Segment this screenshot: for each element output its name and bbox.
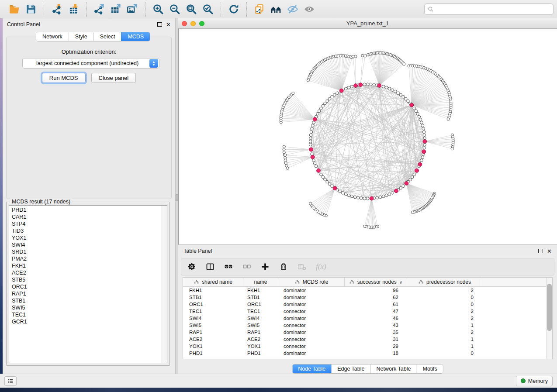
select-all-button[interactable]: [224, 260, 233, 273]
export-image-button[interactable]: [124, 2, 141, 17]
mcds-result-item[interactable]: SWI5: [12, 304, 161, 311]
mcds-result-item[interactable]: ORC1: [12, 283, 161, 290]
refresh-view-button[interactable]: [225, 2, 242, 17]
table-row[interactable]: ORC1ORC1dominator610: [183, 301, 546, 308]
column-header-MCDS-role[interactable]: MCDS role: [278, 278, 345, 286]
add-column-button[interactable]: [261, 260, 270, 273]
mcds-result-item[interactable]: RAP1: [12, 290, 161, 297]
mcds-list-scrollbar[interactable]: [161, 206, 167, 363]
memory-button[interactable]: Memory: [516, 376, 553, 386]
mcds-result-item[interactable]: TID3: [12, 227, 161, 234]
table-row[interactable]: STB1STB1dominator620: [183, 294, 546, 301]
tab-edge-table[interactable]: Edge Table: [331, 364, 370, 373]
tab-node-table[interactable]: Node Table: [292, 364, 331, 373]
zoom-fit-button[interactable]: [183, 2, 200, 17]
task-history-button[interactable]: [4, 376, 17, 386]
zoom-selected-button[interactable]: [200, 2, 216, 17]
delete-column-button[interactable]: [279, 260, 288, 273]
control-panel: Control Panel Network Style Select MCDS …: [3, 18, 176, 374]
function-builder-button[interactable]: f(x): [316, 260, 326, 273]
float-table-panel-icon[interactable]: [538, 249, 543, 253]
run-mcds-button[interactable]: Run MCDS: [42, 73, 86, 83]
cell: ACE2: [243, 336, 278, 343]
mcds-result-item[interactable]: PHD1: [12, 206, 161, 213]
mcds-result-item[interactable]: ACE2: [12, 269, 161, 276]
column-header-shared-name[interactable]: shared name: [183, 278, 243, 286]
table-row[interactable]: YOX1YOX1connector291: [183, 343, 546, 350]
table-row[interactable]: TEC1TEC1connector472: [183, 308, 546, 315]
first-neighbors-icon: [270, 3, 282, 15]
zoom-in-button[interactable]: [150, 2, 166, 17]
mcds-result-item[interactable]: SWI4: [12, 241, 161, 248]
mcds-result-item[interactable]: STB5: [12, 276, 161, 283]
close-panel-button[interactable]: Close panel: [91, 73, 136, 83]
zoom-out-button[interactable]: [166, 2, 183, 17]
window-close-button[interactable]: [182, 21, 187, 26]
table-row[interactable]: SWI5SWI5connector431: [183, 322, 546, 329]
table-settings-button[interactable]: [187, 260, 196, 273]
toolbar-separator: [86, 2, 86, 17]
mcds-result-item[interactable]: STP4: [12, 220, 161, 227]
column-header-name[interactable]: name: [243, 278, 278, 286]
table-row[interactable]: ACE2ACE2connector311: [183, 336, 546, 343]
criterion-dropdown[interactable]: largest connected component (undirected)…: [22, 58, 159, 69]
show-all-button[interactable]: [301, 2, 318, 17]
save-session-button[interactable]: [23, 2, 39, 17]
node-table: shared namenameMCDS rolesuccessor nodes∨…: [183, 277, 553, 359]
cell: 2: [407, 315, 482, 322]
columns-icon: [206, 262, 214, 271]
open-file-button[interactable]: [6, 2, 23, 17]
cell: 96: [345, 287, 407, 294]
mcds-result-item[interactable]: PMA2: [12, 255, 161, 262]
table-scrollbar[interactable]: [546, 278, 552, 359]
export-table-button[interactable]: [107, 2, 124, 17]
import-table-button[interactable]: [65, 2, 82, 17]
table-tabs: Node Table Edge Table Network Table Moti…: [292, 364, 443, 374]
cell: dominator: [278, 287, 345, 294]
table-row[interactable]: FKH1FKH1dominator962: [183, 287, 546, 294]
search-input[interactable]: [436, 6, 550, 12]
mcds-result-item[interactable]: FKH1: [12, 262, 161, 269]
mcds-result-item[interactable]: TEC1: [12, 311, 161, 318]
hierarchy-icon: [418, 279, 424, 285]
mcds-result-item[interactable]: YOX1: [12, 234, 161, 241]
tab-style[interactable]: Style: [69, 32, 93, 41]
tab-mcds[interactable]: MCDS: [121, 32, 150, 41]
search-box[interactable]: [424, 3, 554, 15]
column-header-successor-nodes[interactable]: successor nodes∨: [345, 278, 407, 286]
window-minimize-button[interactable]: [190, 21, 196, 26]
mcds-result-item[interactable]: SRD1: [12, 248, 161, 255]
tab-motifs[interactable]: Motifs: [416, 364, 443, 373]
tab-network[interactable]: Network: [36, 32, 69, 41]
desktop-wallpaper-strip-bottom: [0, 388, 557, 392]
import-network-button[interactable]: [48, 2, 65, 17]
hide-selected-button[interactable]: [284, 2, 301, 17]
table-row[interactable]: SWI4SWI4dominator462: [183, 315, 546, 322]
mcds-result-item[interactable]: CAR1: [12, 213, 161, 220]
export-network-button[interactable]: [91, 2, 107, 17]
show-columns-button[interactable]: [206, 260, 214, 273]
table-panel: Table Panel f(x) shared namenameMCDS rol…: [178, 244, 557, 374]
tab-network-table[interactable]: Network Table: [370, 364, 417, 373]
export-table-icon: [110, 3, 121, 15]
clone-network-button[interactable]: [251, 2, 268, 17]
window-zoom-button[interactable]: [199, 21, 204, 26]
network-window-titlebar[interactable]: YPA_prune.txt_1: [178, 18, 557, 29]
table-row[interactable]: PHD1PHD1dominator180: [183, 350, 546, 357]
network-canvas[interactable]: [178, 29, 557, 244]
close-table-panel-icon[interactable]: [547, 248, 552, 254]
table-row[interactable]: RAP1RAP1dominator352: [183, 329, 546, 336]
column-header-predecessor-nodes[interactable]: predecessor nodes: [407, 278, 482, 286]
delete-table-button[interactable]: [298, 260, 306, 273]
deselect-all-button[interactable]: [242, 260, 251, 273]
tab-select[interactable]: Select: [93, 32, 121, 41]
mcds-result-item[interactable]: STB1: [12, 297, 161, 304]
toolbar-separator: [44, 2, 44, 17]
first-neighbors-button[interactable]: [268, 2, 284, 17]
mcds-result-item[interactable]: GCR1: [12, 318, 161, 325]
mcds-result-list: PHD1CAR1STP4TID3YOX1SWI4SRD1PMA2FKH1ACE2…: [9, 206, 161, 363]
cell: FKH1: [183, 287, 243, 294]
float-panel-icon[interactable]: [157, 22, 162, 27]
cell: 1: [407, 336, 482, 343]
close-panel-icon[interactable]: [166, 22, 171, 28]
